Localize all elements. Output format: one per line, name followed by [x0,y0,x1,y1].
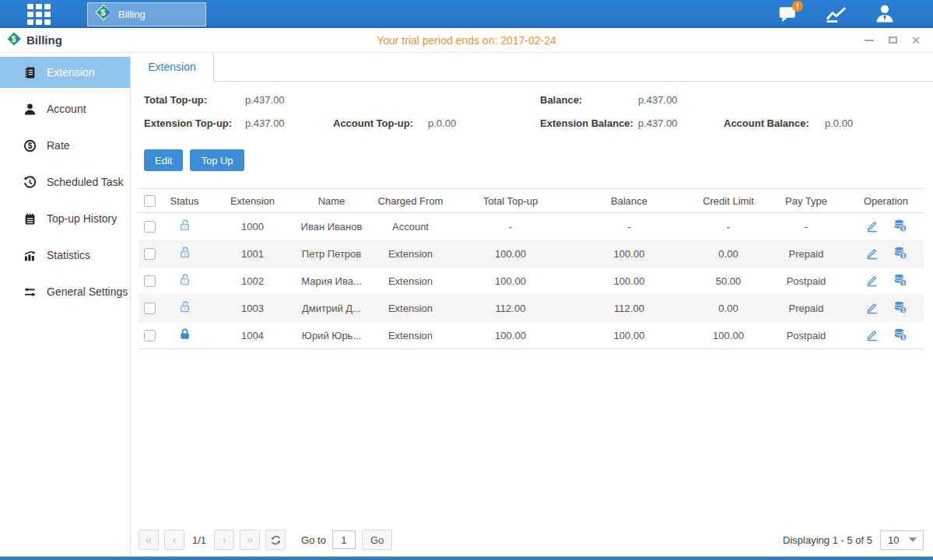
row-checkbox[interactable] [144,221,156,233]
account-balance-label: Account Balance: [724,117,825,129]
account-topup-value: p.0.00 [428,117,540,129]
cell-extension: 1000 [208,213,297,240]
top-up-coins-icon[interactable]: $ [893,273,907,289]
row-checkbox[interactable] [144,330,156,341]
top-up-button[interactable]: Top Up [190,149,244,171]
edit-button[interactable]: Edit [144,149,183,171]
operation-cell: $ [848,322,924,349]
next-page-button[interactable]: › [214,530,234,550]
col-credit-limit: Credit Limit [693,189,764,213]
sidebar-item-topup-history[interactable]: Top-up History [0,203,130,234]
goto-label: Go to [301,534,326,546]
last-page-button[interactable]: » [240,530,260,550]
cell-charged-from: Extension [366,268,455,295]
cell-credit-limit: 0.00 [693,240,764,268]
sidebar-item-general-settings[interactable]: General Settings [0,276,130,307]
billing-diamond-icon: $ [6,31,22,50]
cell-pay-type: Prepaid [764,295,848,322]
table-row: 1004 Юрий Юрь... Extension 100.00 100.00… [139,322,924,349]
edit-pencil-icon[interactable] [865,300,879,317]
displaying-text: Displaying 1 - 5 of 5 [783,534,872,546]
cell-name: Иван Иванов [297,213,366,240]
statistics-chart-icon[interactable] [826,4,847,24]
svg-text:$: $ [902,334,905,341]
total-topup-value: p.437.00 [245,94,333,106]
user-account-icon[interactable] [874,4,896,24]
goto-page-input[interactable] [332,530,356,549]
billing-window: $ Billing ! [0,0,933,560]
top-up-coins-icon[interactable]: $ [893,219,907,235]
extension-topup-label: Extension Top-up: [144,117,245,129]
cell-balance: - [566,213,693,240]
messages-icon[interactable]: ! [777,4,799,24]
balance-summary: Total Top-up: p.437.00 Balance: p.437.00… [131,82,933,129]
cell-credit-limit: 0.00 [693,295,764,322]
window-bottom-edge [0,556,933,560]
sidebar-item-rate[interactable]: $ Rate [0,130,130,161]
cell-balance: 100.00 [566,240,693,268]
close-button[interactable]: ✕ [910,35,922,46]
window-title-text: Billing [26,33,62,47]
svg-text:$: $ [28,142,33,150]
cell-charged-from: Extension [366,322,455,349]
maximize-button[interactable] [886,35,899,46]
table-header-row: Status Extension Name Charged From Total… [139,189,924,213]
status-cell [161,268,208,295]
svg-text:$: $ [902,307,905,313]
edit-pencil-icon[interactable] [865,273,879,289]
top-up-coins-icon[interactable]: $ [893,300,907,317]
tab-extension[interactable]: Extension [131,53,214,82]
balance-label: Balance: [540,94,638,106]
cell-pay-type: Prepaid [764,240,848,268]
minimize-button[interactable] [863,35,875,46]
cell-extension: 1004 [208,322,297,349]
cell-extension: 1001 [208,240,297,268]
cell-balance: 112.00 [566,295,693,322]
general-settings-sliders-icon [23,285,37,299]
chevron-down-icon [909,537,917,542]
top-up-coins-icon[interactable]: $ [893,246,907,262]
prev-page-button[interactable]: ‹ [164,530,184,550]
account-balance-value: p.0.00 [825,117,933,129]
account-topup-label: Account Top-up: [333,117,428,129]
svg-text:$: $ [100,8,105,17]
extension-balance-label: Extension Balance: [540,117,638,129]
cell-charged-from: Extension [366,240,455,268]
sidebar-item-label: Rate [47,139,70,152]
cell-extension: 1002 [208,268,297,295]
cell-total-topup: 100.00 [455,322,566,349]
sidebar-item-label: Top-up History [47,212,117,225]
sidebar-item-label: Scheduled Task [47,176,124,188]
scheduled-task-clock-icon [23,176,37,189]
unlocked-icon [178,246,191,261]
sidebar-item-extension[interactable]: Extension [0,57,130,88]
sidebar-item-statistics[interactable]: Statistics [0,240,130,271]
app-launcher-icon[interactable] [27,4,55,24]
taskbar-tab-billing[interactable]: $ Billing [87,2,206,26]
row-checkbox[interactable] [144,248,156,260]
cell-pay-type: Postpaid [764,268,848,295]
first-page-button[interactable]: « [139,530,159,550]
col-extension: Extension [208,189,297,213]
edit-pencil-icon[interactable] [865,327,879,344]
go-button[interactable]: Go [362,530,392,550]
refresh-button[interactable] [265,530,286,550]
select-all-checkbox[interactable] [144,195,156,207]
unlocked-icon [178,273,191,289]
row-checkbox[interactable] [144,303,156,314]
svg-text:$: $ [12,34,16,43]
top-up-coins-icon[interactable]: $ [893,327,907,344]
sidebar-item-account[interactable]: Account [0,93,130,124]
cell-total-topup: - [455,213,566,240]
page-size-value: 10 [888,534,899,546]
edit-pencil-icon[interactable] [865,219,879,235]
row-checkbox[interactable] [144,275,156,287]
page-size-select[interactable]: 10 [880,530,924,550]
extension-topup-value: p.437.00 [245,117,333,129]
rate-dollar-icon: $ [23,139,37,152]
cell-credit-limit: 100.00 [693,322,764,349]
sidebar-item-scheduled-task[interactable]: Scheduled Task [0,166,130,198]
edit-pencil-icon[interactable] [865,246,879,262]
sidebar: Extension Account $ Rate [0,53,131,556]
extensions-table: Status Extension Name Charged From Total… [139,188,924,349]
